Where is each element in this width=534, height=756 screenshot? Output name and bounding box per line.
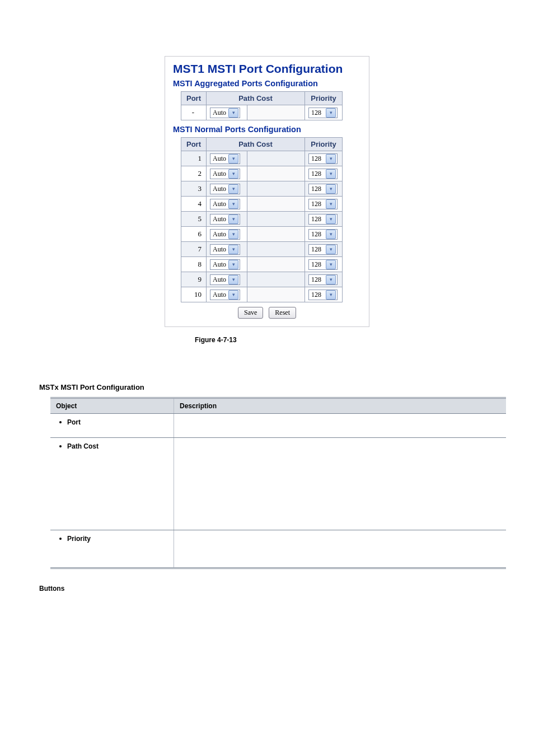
chevron-down-icon: ▾ (326, 214, 336, 224)
port-number: 6 (181, 227, 207, 242)
table-row: 2Auto▾128▾ (181, 166, 343, 181)
agg-port: - (181, 105, 207, 120)
chevron-down-icon: ▾ (228, 184, 238, 194)
pathcost-mode-select[interactable]: Auto▾ (210, 169, 240, 179)
priority-select[interactable]: 128▾ (308, 214, 338, 225)
priority-select[interactable]: 128▾ (308, 199, 338, 209)
pathcost-value[interactable] (247, 151, 305, 166)
description-cell (174, 530, 507, 568)
desc-row-path-cost: Path Cost (50, 438, 506, 530)
select-value: Auto (213, 215, 226, 223)
pathcost-value[interactable] (247, 181, 305, 197)
object-label: Path Cost (67, 442, 99, 450)
reset-button[interactable]: Reset (269, 307, 296, 319)
select-value: Auto (213, 185, 226, 193)
chevron-down-icon: ▾ (228, 230, 238, 239)
port-number: 8 (181, 257, 207, 272)
chevron-down-icon: ▾ (228, 154, 238, 164)
table-row: 7Auto▾128▾ (181, 242, 343, 257)
select-value: 128 (311, 200, 321, 208)
priority-select[interactable]: 128▾ (308, 290, 338, 300)
pathcost-mode-select[interactable]: Auto▾ (210, 199, 240, 209)
table-row: 1Auto▾128▾ (181, 151, 343, 166)
panel-title: MST1 MSTI Port Configuration (173, 62, 361, 76)
chevron-down-icon: ▾ (228, 108, 238, 118)
chevron-down-icon: ▾ (228, 214, 238, 224)
pathcost-value[interactable] (247, 257, 305, 272)
chevron-down-icon: ▾ (326, 169, 336, 179)
pathcost-value[interactable] (247, 212, 305, 227)
agg-pathcost-value[interactable] (247, 105, 305, 120)
chevron-down-icon: ▾ (326, 230, 336, 239)
bullet-icon (59, 538, 62, 540)
port-number: 2 (181, 166, 207, 181)
port-number: 1 (181, 151, 207, 166)
select-value: Auto (213, 230, 226, 239)
chevron-down-icon: ▾ (326, 275, 336, 284)
table-row: 4Auto▾128▾ (181, 197, 343, 212)
table-row: 5Auto▾128▾ (181, 212, 343, 227)
select-value: 128 (311, 276, 321, 284)
normal-ports-table: Port Path Cost Priority 1Auto▾128▾2Auto▾… (181, 137, 343, 302)
select-value: Auto (213, 170, 226, 178)
bullet-icon (59, 445, 62, 447)
col-path-cost: Path Cost (207, 92, 305, 105)
desc-row-priority: Priority (50, 530, 506, 568)
select-value: Auto (213, 155, 226, 163)
table-row: 9Auto▾128▾ (181, 272, 343, 287)
pathcost-value[interactable] (247, 272, 305, 287)
object-label: Priority (67, 535, 91, 543)
pathcost-mode-select[interactable]: Auto▾ (210, 290, 240, 300)
pathcost-mode-select[interactable]: Auto▾ (210, 153, 240, 164)
priority-select[interactable]: 128▾ (308, 274, 338, 285)
pathcost-value[interactable] (247, 197, 305, 212)
chevron-down-icon: ▾ (228, 245, 238, 254)
port-number: 3 (181, 181, 207, 197)
select-value: 128 (311, 185, 321, 193)
chevron-down-icon: ▾ (326, 290, 336, 300)
pathcost-value[interactable] (247, 287, 305, 302)
priority-select[interactable]: 128▾ (308, 184, 338, 194)
desc-row-port: Port (50, 414, 506, 438)
agg-pathcost-mode-select[interactable]: Auto ▾ (210, 108, 240, 118)
priority-select[interactable]: 128▾ (308, 229, 338, 240)
col-description: Description (174, 398, 507, 414)
select-value: Auto (213, 109, 226, 117)
table-row: 10Auto▾128▾ (181, 287, 343, 302)
chevron-down-icon: ▾ (326, 199, 336, 209)
description-cell (174, 414, 507, 438)
chevron-down-icon: ▾ (228, 169, 238, 179)
select-value: 128 (311, 291, 321, 299)
priority-select[interactable]: 128▾ (308, 153, 338, 164)
chevron-down-icon: ▾ (326, 108, 336, 118)
col-priority: Priority (305, 92, 343, 105)
pathcost-mode-select[interactable]: Auto▾ (210, 184, 240, 194)
object-label: Port (67, 418, 81, 426)
chevron-down-icon: ▾ (326, 245, 336, 254)
bullet-icon (59, 421, 62, 423)
normal-heading: MSTI Normal Ports Configuration (173, 125, 361, 134)
priority-select[interactable]: 128▾ (308, 259, 338, 270)
select-value: 128 (311, 170, 321, 178)
select-value: Auto (213, 276, 226, 284)
pathcost-mode-select[interactable]: Auto▾ (210, 214, 240, 225)
priority-select[interactable]: 128▾ (308, 244, 338, 255)
chevron-down-icon: ▾ (228, 199, 238, 209)
pathcost-mode-select[interactable]: Auto▾ (210, 244, 240, 255)
agg-priority-select[interactable]: 128 ▾ (308, 108, 338, 118)
pathcost-mode-select[interactable]: Auto▾ (210, 274, 240, 285)
pathcost-value[interactable] (247, 227, 305, 242)
select-value: 128 (311, 215, 321, 223)
select-value: 128 (311, 230, 321, 239)
description-cell (174, 438, 507, 530)
agg-row: - Auto ▾ 128 ▾ (181, 105, 343, 120)
port-number: 10 (181, 287, 207, 302)
pathcost-value[interactable] (247, 242, 305, 257)
save-button[interactable]: Save (238, 307, 263, 319)
pathcost-mode-select[interactable]: Auto▾ (210, 259, 240, 270)
msti-port-config-panel: MST1 MSTI Port Configuration MSTI Aggreg… (165, 56, 369, 327)
pathcost-value[interactable] (247, 166, 305, 181)
port-number: 5 (181, 212, 207, 227)
priority-select[interactable]: 128▾ (308, 169, 338, 179)
pathcost-mode-select[interactable]: Auto▾ (210, 229, 240, 240)
